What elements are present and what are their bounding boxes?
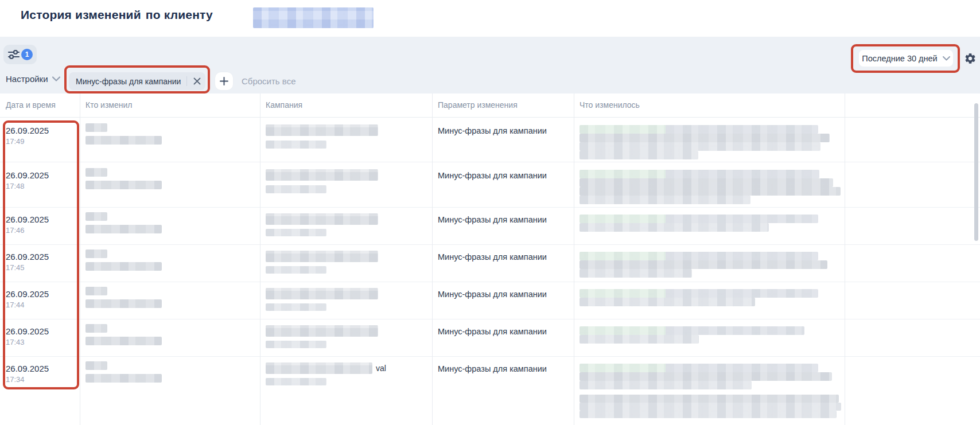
redacted-campaign	[266, 185, 326, 193]
cell-time: 17:49	[6, 137, 49, 146]
redacted-campaign	[266, 341, 326, 348]
page-title: История измененийпо клиенту	[21, 8, 213, 22]
column-divider	[432, 93, 433, 425]
close-icon[interactable]	[188, 72, 205, 90]
redacted-user	[85, 374, 162, 383]
cell-date: 26.09.2025	[6, 252, 49, 262]
redacted-user	[85, 324, 107, 333]
col-header-changed: Что изменилось	[580, 100, 640, 110]
redacted-user	[85, 168, 107, 177]
redacted-campaign	[266, 378, 326, 385]
redacted-campaign	[266, 362, 372, 374]
vertical-scrollbar[interactable]	[974, 103, 978, 241]
redacted-user	[85, 361, 107, 370]
cell-time: 17:43	[6, 338, 49, 346]
filter-count-badge: 1	[21, 49, 33, 60]
redacted-client-name	[253, 7, 374, 28]
filters-button[interactable]: 1	[3, 45, 37, 64]
redacted-campaign	[266, 288, 378, 299]
col-header-parameter: Параметр изменения	[438, 100, 518, 110]
cell-time: 17:44	[6, 301, 49, 309]
cell-time: 17:48	[6, 182, 49, 190]
redacted-campaign	[266, 266, 326, 274]
table-row: 26.09.202517:45 Минус-фразы для кампании	[0, 245, 980, 282]
column-divider	[574, 93, 574, 425]
cell-time: 17:46	[6, 226, 49, 235]
gear-icon[interactable]	[964, 52, 977, 65]
redacted-user	[85, 262, 162, 271]
table-row: 26.09.202517:48 Минус-фразы для кампании	[0, 162, 980, 208]
redacted-user	[85, 123, 107, 132]
reset-all-filters-button[interactable]: Сбросить все	[242, 76, 295, 86]
chip-divider	[186, 76, 187, 86]
cell-parameter: Минус-фразы для кампании	[438, 126, 547, 135]
campaign-visible-text: val	[376, 364, 386, 373]
table-header-row: Дата и время Кто изменил Кампания Параме…	[0, 93, 980, 118]
cell-parameter: Минус-фразы для кампании	[438, 327, 547, 336]
cell-parameter: Минус-фразы для кампании	[438, 252, 547, 262]
cell-date: 26.09.2025	[6, 215, 49, 224]
redacted-user	[85, 212, 107, 221]
cell-time: 17:45	[6, 263, 49, 272]
add-filter-button[interactable]	[215, 72, 233, 90]
redacted-user	[85, 249, 107, 258]
col-header-date: Дата и время	[6, 100, 56, 110]
redacted-change: альтернатива analog аппа антропометричес…	[580, 364, 849, 425]
redacted-campaign	[266, 169, 378, 181]
history-of-changes-page: История измененийпо клиенту 1 Настройки …	[0, 0, 980, 425]
chevron-down-icon	[943, 56, 950, 61]
filter-chip-label: Минус-фразы для кампании	[76, 77, 181, 86]
date-range-selector[interactable]: Последние 30 дней	[859, 50, 953, 67]
sliders-icon	[7, 49, 20, 60]
settings-dropdown-label: Настройки	[6, 74, 48, 84]
redacted-campaign	[266, 325, 378, 337]
cell-parameter: Минус-фразы для кампании	[438, 171, 547, 180]
table-row: 26.09.202517:44 Минус-фразы для кампании	[0, 282, 980, 319]
col-header-campaign: Кампания	[266, 100, 302, 110]
redacted-user	[85, 337, 162, 345]
settings-dropdown[interactable]: Настройки	[6, 69, 60, 88]
redacted-user	[85, 287, 107, 295]
table-row: 26.09.202517:43 Минус-фразы для кампании	[0, 319, 980, 357]
cell-parameter: Минус-фразы для кампании	[438, 290, 547, 299]
redacted-campaign	[266, 251, 378, 262]
cell-parameter: Минус-фразы для кампании	[438, 364, 547, 373]
history-table: Дата и время Кто изменил Кампания Параме…	[0, 93, 980, 425]
redacted-campaign	[266, 141, 326, 149]
redacted-campaign	[266, 124, 378, 136]
redacted-campaign	[266, 303, 326, 311]
cell-date: 26.09.2025	[6, 364, 49, 373]
column-divider	[260, 93, 260, 425]
filter-chip-minus-phrases[interactable]: Минус-фразы для кампании	[69, 72, 205, 90]
redacted-user	[85, 136, 162, 145]
plus-icon	[220, 77, 228, 85]
page-title-suffix: по клиенту	[146, 8, 213, 21]
cell-parameter: Минус-фразы для кампании	[438, 215, 547, 224]
column-divider	[845, 93, 845, 425]
redacted-user	[85, 181, 162, 189]
chevron-down-icon	[52, 76, 60, 81]
cell-date: 26.09.2025	[6, 170, 49, 180]
page-title-main: История изменений	[21, 8, 141, 21]
col-header-who: Кто изменил	[85, 100, 132, 110]
titlebar: История измененийпо клиенту	[0, 0, 980, 37]
cell-time: 17:34	[6, 375, 49, 384]
table-row: 26.09.202517:49 Минус-фразы для кампании	[0, 118, 980, 162]
redacted-user	[85, 299, 162, 308]
date-range-label: Последние 30 дней	[862, 54, 937, 63]
redacted-user	[85, 225, 162, 233]
column-divider	[80, 93, 80, 425]
table-row: 26.09.202517:34 val Минус-фразы для камп…	[0, 357, 980, 425]
cell-date: 26.09.2025	[6, 289, 49, 299]
cell-date: 26.09.2025	[6, 126, 49, 135]
redacted-campaign	[266, 229, 326, 236]
redacted-campaign	[266, 213, 378, 225]
table-row: 26.09.202517:46 Минус-фразы для кампании	[0, 208, 980, 245]
cell-date: 26.09.2025	[6, 326, 49, 336]
